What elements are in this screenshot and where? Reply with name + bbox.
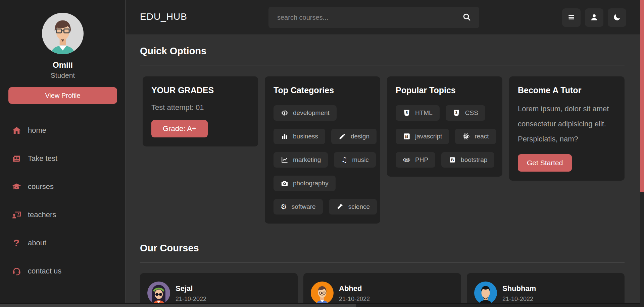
sidebar-item-label: courses [28, 182, 54, 191]
css3-icon: 3 [453, 109, 460, 117]
search-input[interactable] [268, 7, 454, 28]
dark-mode-button[interactable] [608, 8, 626, 27]
chip-label: business [293, 133, 318, 140]
course-date: 21-10-2022 [502, 296, 536, 303]
topbar: EDU_HUB [126, 0, 640, 35]
course-card[interactable]: Shubham 21-10-2022 [467, 273, 625, 307]
app-title: EDU_HUB [140, 11, 187, 22]
php-icon: php [403, 156, 410, 164]
course-card[interactable]: Abhed 21-10-2022 [303, 273, 461, 307]
camera-icon [281, 180, 288, 187]
course-date: 21-10-2022 [176, 296, 206, 303]
courses-list: Sejal 21-10-2022 [140, 273, 625, 307]
sidebar-item-label: Take test [28, 154, 57, 163]
topic-chip-bootstrap[interactable]: B bootstrap [441, 152, 494, 168]
teacher-icon [10, 209, 22, 221]
category-chip-software[interactable]: ⚙ software [274, 199, 323, 214]
sidebar-item-contact-us[interactable]: contact us [10, 265, 61, 277]
chip-label: science [348, 203, 370, 210]
grade-button[interactable]: Grade: A+ [151, 120, 208, 137]
sidebar: Omiii Student View Profile home Take tes… [0, 0, 126, 307]
profile-role: Student [0, 71, 126, 79]
topic-chip-php[interactable]: php PHP [396, 152, 435, 168]
section-divider [140, 262, 625, 262]
chip-label: PHP [415, 156, 428, 164]
category-chip-science[interactable]: science [329, 199, 377, 214]
music-note-icon: ♫ [341, 157, 347, 164]
menu-icon [567, 13, 576, 22]
course-card[interactable]: Sejal 21-10-2022 [140, 273, 298, 307]
bootstrap-icon: B [448, 156, 456, 164]
topic-chip-html[interactable]: 5 HTML [396, 105, 440, 121]
category-chip-marketing[interactable]: marketing [274, 152, 328, 168]
react-icon [462, 133, 470, 140]
search-bar [268, 7, 479, 28]
question-icon: ? [10, 237, 22, 249]
section-divider [140, 65, 625, 65]
svg-text:3: 3 [455, 111, 458, 115]
sidebar-item-about[interactable]: ? about [10, 237, 61, 249]
category-chip-music[interactable]: ♫ music [334, 152, 376, 168]
tutor-card-title: Become A Tutor [518, 85, 616, 95]
sidebar-item-teachers[interactable]: teachers [10, 209, 61, 221]
chip-label: marketing [293, 156, 321, 164]
course-date: 21-10-2022 [339, 296, 370, 303]
topbar-actions [562, 8, 626, 27]
search-icon [462, 13, 471, 22]
profile-button[interactable] [585, 8, 603, 27]
headset-icon [10, 265, 22, 277]
categories-card: Top Categories development [265, 76, 380, 224]
topic-chip-css[interactable]: 3 CSS [446, 105, 485, 121]
sidebar-item-label: home [28, 126, 46, 135]
quick-options-title: Quick Options [140, 46, 625, 57]
view-profile-button[interactable]: View Profile [8, 87, 117, 104]
sidebar-item-home[interactable]: home [10, 125, 61, 136]
topics-card-title: Popular Topics [396, 85, 494, 95]
menu-button[interactable] [562, 8, 581, 27]
profile-avatar [42, 13, 84, 54]
vertical-scrollbar[interactable] [640, 0, 644, 307]
horizontal-scrollbar[interactable] [0, 303, 640, 307]
category-chip-design[interactable]: design [331, 129, 377, 144]
category-chip-business[interactable]: business [274, 129, 325, 144]
chip-label: CSS [465, 109, 478, 117]
gear-icon: ⚙ [281, 203, 287, 210]
sidebar-item-courses[interactable]: courses [10, 181, 61, 192]
topic-chip-react[interactable]: react [455, 129, 496, 144]
get-started-button[interactable]: Get Started [518, 154, 572, 172]
html5-icon: 5 [403, 109, 410, 117]
categories-card-title: Top Categories [274, 85, 371, 95]
category-chip-photography[interactable]: photography [274, 176, 336, 191]
svg-text:5: 5 [405, 111, 408, 115]
js-icon: JS [403, 133, 410, 140]
topic-chips: 5 HTML 3 CSS [396, 105, 494, 168]
topics-card: Popular Topics 5 HTML [387, 76, 502, 177]
vial-icon [336, 203, 344, 210]
graduation-cap-icon [10, 181, 22, 192]
topic-chip-javascript[interactable]: JS javascript [396, 129, 449, 144]
chip-label: javascript [415, 133, 442, 140]
profile-name: Omiii [0, 60, 126, 70]
quick-options-cards: YOUR GRADES Test attempt: 01 Grade: A+ T… [143, 76, 625, 224]
horizontal-scrollbar-thumb[interactable] [0, 304, 356, 307]
sidebar-item-label: contact us [28, 267, 61, 275]
sidebar-item-take-test[interactable]: Take test [10, 153, 61, 164]
test-attempt-text: Test attempt: 01 [151, 103, 249, 112]
main-content: Quick Options YOUR GRADES Test attempt: … [126, 35, 640, 307]
chip-label: HTML [415, 109, 433, 117]
code-icon [281, 109, 288, 117]
chip-label: development [293, 109, 330, 117]
newspaper-icon [10, 153, 22, 164]
course-name: Sejal [176, 284, 206, 293]
chip-label: software [292, 203, 316, 210]
vertical-scrollbar-thumb[interactable] [640, 0, 644, 192]
chip-label: bootstrap [461, 156, 487, 164]
category-chips: development business [274, 105, 371, 214]
search-button[interactable] [454, 7, 479, 28]
pencil-icon [338, 133, 346, 140]
home-icon [10, 125, 22, 136]
user-icon [590, 13, 598, 22]
sidebar-item-label: about [28, 239, 46, 247]
svg-text:B: B [451, 158, 454, 162]
category-chip-development[interactable]: development [274, 105, 337, 121]
